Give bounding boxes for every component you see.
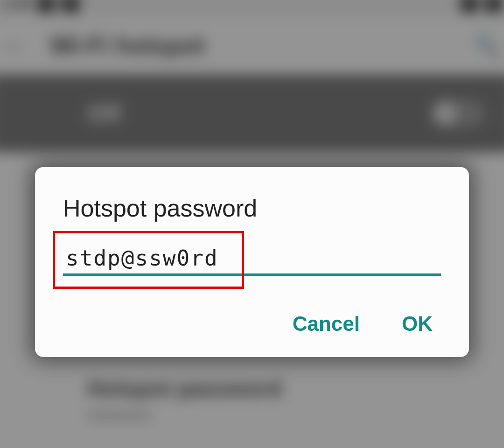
password-field-wrap (63, 243, 441, 276)
hotspot-password-dialog: Hotspot password Cancel OK (35, 167, 469, 357)
dialog-title: Hotspot password (63, 194, 441, 222)
cancel-button[interactable]: Cancel (293, 312, 360, 336)
dialog-button-row: Cancel OK (63, 312, 441, 343)
ok-button[interactable]: OK (402, 312, 433, 336)
password-input[interactable] (63, 243, 441, 272)
